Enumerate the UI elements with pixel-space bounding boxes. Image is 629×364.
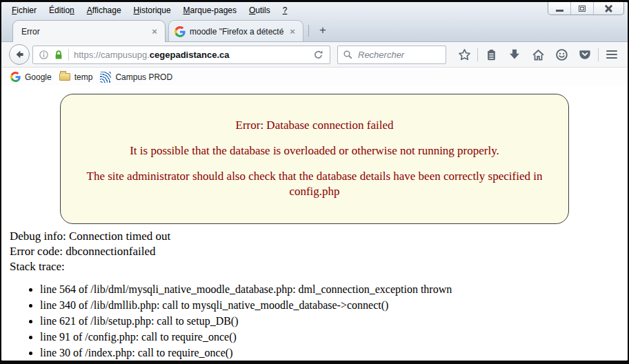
back-arrow-icon [14, 49, 25, 60]
bookmark-google[interactable]: Google [8, 70, 57, 83]
clipboard-icon [486, 49, 497, 61]
toolbar-icons [452, 42, 623, 67]
menu-affichage[interactable]: Affichage [81, 3, 128, 17]
home-button[interactable] [526, 45, 550, 64]
stack-trace-list: line 564 of /lib/dml/mysqli_native_moodl… [1, 281, 628, 361]
pocket-button[interactable] [573, 45, 597, 64]
bookmark-label: temp [74, 72, 93, 82]
debug-info: Debug info: Connection timed out [10, 229, 628, 244]
error-title: Error: Database connection failed [72, 118, 557, 133]
smiley-chat-icon [555, 48, 568, 61]
search-box [337, 46, 446, 64]
urlbar-separator [68, 49, 69, 61]
bookmark-star-button[interactable] [452, 45, 476, 64]
hello-chat-button[interactable] [550, 45, 573, 64]
error-code: Error code: dbconnectionfailed [10, 244, 628, 259]
search-input[interactable] [357, 49, 443, 61]
tab-error[interactable]: Error × [12, 20, 166, 42]
browser-window: Fichier Édition Affichage Historique Mar… [1, 2, 628, 361]
bookmark-label: Campus PROD [115, 72, 172, 82]
toolbar-separator [477, 48, 478, 61]
screenshot-root: { "menubar": { "items": [ { "pre": "", "… [0, 0, 629, 364]
new-tab-button[interactable]: + [314, 23, 332, 38]
close-button[interactable] [594, 2, 623, 14]
tab-close-icon[interactable]: × [148, 26, 161, 37]
google-favicon [174, 26, 186, 37]
tab-title: moodle "Firefox a détecté … [186, 27, 286, 37]
minimize-icon [556, 10, 563, 12]
menu-aide[interactable]: ? [277, 3, 294, 17]
reload-button[interactable] [310, 48, 326, 63]
menu-outils[interactable]: Outils [243, 3, 277, 17]
bookmark-campus-prod[interactable]: Campus PROD [97, 70, 177, 84]
restore-button[interactable] [571, 2, 594, 14]
download-arrow-icon [508, 48, 521, 61]
url-text[interactable]: https://campusupg.cegepadistance.ca [74, 50, 310, 60]
folder-icon [59, 73, 70, 81]
restore-icon [579, 6, 586, 12]
menu-panel-button[interactable] [600, 45, 623, 64]
tab-title: Error [13, 27, 148, 37]
stack-trace-item: line 30 of /index.php: call to require_o… [40, 345, 628, 361]
bookmarks-menu-button[interactable] [479, 45, 503, 64]
google-favicon [10, 72, 21, 82]
lock-icon[interactable] [53, 50, 64, 61]
menu-fichier[interactable]: Fichier [6, 3, 43, 17]
tab-close-icon[interactable]: × [286, 26, 299, 37]
stack-trace-item: line 340 of /lib/dmllib.php: call to mys… [40, 297, 628, 313]
toolbar-separator [598, 48, 599, 61]
menu-edition[interactable]: Édition [43, 3, 81, 17]
stack-trace-item: line 564 of /lib/dml/mysqli_native_moodl… [40, 281, 628, 297]
tab-strip: Error × moodle "Firefox a détecté … × + [1, 19, 628, 41]
campus-favicon [100, 72, 111, 83]
bookmark-folder-temp[interactable]: temp [57, 71, 98, 83]
url-bar[interactable]: https://campusupg.cegepadistance.ca [32, 46, 330, 64]
minimize-button[interactable] [548, 2, 571, 14]
menubar: Fichier Édition Affichage Historique Mar… [1, 2, 628, 19]
pocket-icon [579, 48, 591, 61]
error-line-2: It is possible that the database is over… [72, 143, 557, 159]
search-icon [343, 50, 353, 60]
page-content: Error: Database connection failed It is … [1, 86, 628, 361]
menu-historique[interactable]: Historique [128, 3, 177, 17]
navigation-toolbar: https://campusupg.cegepadistance.ca [1, 41, 628, 68]
stack-trace-item: line 91 of /config.php: call to require_… [40, 329, 628, 345]
titlebar: Fichier Édition Affichage Historique Mar… [1, 2, 628, 41]
debug-block: Debug info: Connection timed out Error c… [1, 229, 628, 274]
reload-icon [313, 50, 323, 60]
close-icon [604, 4, 613, 13]
menu-marque-pages[interactable]: Marque-pages [177, 3, 243, 17]
tabbar-separator [308, 25, 309, 37]
error-box: Error: Database connection failed It is … [60, 94, 569, 224]
home-icon [532, 48, 545, 61]
url-domain: cegepadistance.ca [150, 50, 230, 60]
back-button[interactable] [9, 44, 30, 65]
stack-trace-label: Stack trace: [10, 259, 628, 274]
window-controls [548, 2, 624, 15]
stack-trace-item: line 621 of /lib/setup.php: call to setu… [40, 313, 628, 329]
star-icon [458, 48, 471, 61]
bookmarks-toolbar: Google temp Campus PROD [1, 68, 628, 85]
hamburger-icon [606, 50, 617, 59]
page-info-icon[interactable] [39, 50, 49, 60]
url-prefix: https://campusupg. [74, 50, 150, 60]
error-line-3: The site administrator should also check… [72, 169, 557, 199]
tab-moodle-search[interactable]: moodle "Firefox a détecté … × [168, 20, 303, 42]
bookmark-label: Google [25, 72, 52, 82]
downloads-button[interactable] [503, 45, 526, 64]
